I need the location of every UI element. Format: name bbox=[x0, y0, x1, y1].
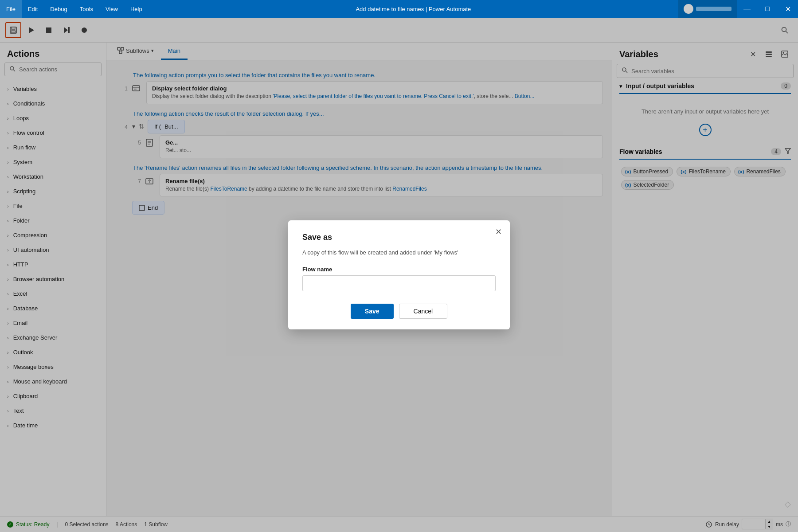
menu-tools[interactable]: Tools bbox=[74, 0, 99, 18]
menu-help[interactable]: Help bbox=[124, 0, 149, 18]
dialog-close-button[interactable]: ✕ bbox=[492, 226, 505, 238]
dialog-cancel-button[interactable]: Cancel bbox=[399, 304, 448, 319]
user-area bbox=[678, 0, 737, 18]
title-bar-menu: File Edit Debug Tools View Help bbox=[0, 0, 149, 18]
dialog-buttons: Save Cancel bbox=[302, 304, 496, 319]
menu-view[interactable]: View bbox=[99, 0, 124, 18]
dialog-description: A copy of this flow will be created and … bbox=[302, 248, 496, 257]
dialog-save-button[interactable]: Save bbox=[351, 304, 394, 319]
dialog-flow-name-label: Flow name bbox=[302, 266, 496, 273]
dialog-flow-name-input[interactable]: Add datetime to file names - Copy bbox=[302, 275, 496, 291]
title-bar: File Edit Debug Tools View Help Add date… bbox=[0, 0, 798, 18]
menu-edit[interactable]: Edit bbox=[22, 0, 44, 18]
menu-debug[interactable]: Debug bbox=[44, 0, 73, 18]
minimize-button[interactable]: — bbox=[737, 0, 757, 18]
menu-file[interactable]: File bbox=[0, 0, 22, 18]
maximize-button[interactable]: □ bbox=[757, 0, 778, 18]
save-as-dialog: ✕ Save as A copy of this flow will be cr… bbox=[288, 220, 510, 329]
window-title: Add datetime to file names | Power Autom… bbox=[149, 6, 678, 12]
close-button[interactable]: ✕ bbox=[778, 0, 798, 18]
dialog-title: Save as bbox=[302, 233, 496, 242]
modal-overlay: ✕ Save as A copy of this flow will be cr… bbox=[0, 18, 798, 532]
